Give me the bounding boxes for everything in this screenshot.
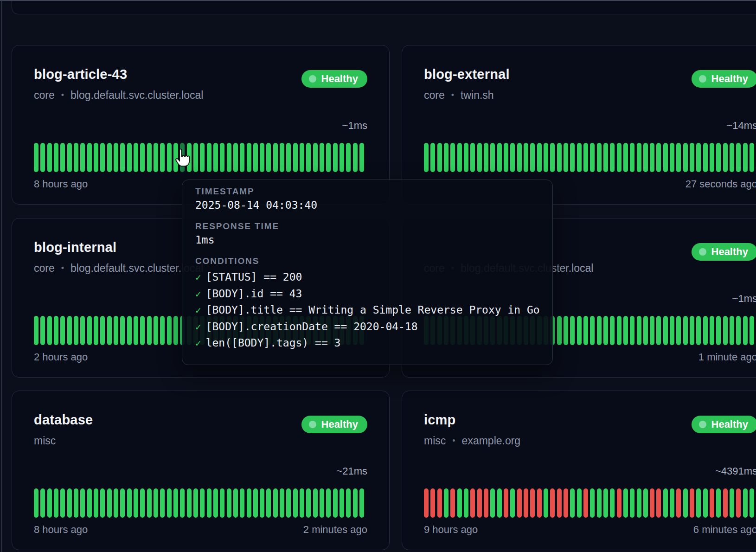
uptime-bar-success[interactable] <box>716 316 721 345</box>
uptime-bar-success[interactable] <box>140 488 145 518</box>
uptime-bar-success[interactable] <box>703 143 708 172</box>
uptime-bar-failure[interactable] <box>617 488 621 518</box>
uptime-bar-failure[interactable] <box>477 488 482 518</box>
uptime-bar-success[interactable] <box>590 143 595 172</box>
uptime-bar-success[interactable] <box>67 488 72 518</box>
uptime-bar-success[interactable] <box>127 316 132 345</box>
uptime-bar-success[interactable] <box>617 143 621 172</box>
uptime-bar-success[interactable] <box>233 143 238 172</box>
uptime-bar-success[interactable] <box>167 488 172 518</box>
uptime-bar-success[interactable] <box>510 143 515 172</box>
uptime-bar-success[interactable] <box>74 488 78 518</box>
uptime-bar-success[interactable] <box>630 488 634 518</box>
uptime-bar-success[interactable] <box>490 488 495 518</box>
uptime-bar-success[interactable] <box>696 316 701 345</box>
uptime-bar-failure[interactable] <box>517 488 522 518</box>
uptime-bar-success[interactable] <box>247 143 251 172</box>
uptime-bar-success[interactable] <box>94 316 98 345</box>
uptime-bar-success[interactable] <box>577 143 582 172</box>
uptime-bar-success[interactable] <box>134 143 138 172</box>
uptime-bar-success[interactable] <box>147 143 152 172</box>
uptime-bar-success[interactable] <box>227 143 231 172</box>
uptime-bar-success[interactable] <box>544 488 548 518</box>
uptime-bar-success[interactable] <box>750 316 754 345</box>
uptime-bar-success[interactable] <box>359 488 364 518</box>
uptime-bar-success[interactable] <box>273 143 278 172</box>
uptime-bar-success[interactable] <box>34 316 38 345</box>
uptime-bar-success[interactable] <box>280 488 284 518</box>
uptime-bar-success[interactable] <box>703 488 708 518</box>
uptime-bar-success[interactable] <box>67 316 72 345</box>
uptime-bar-success[interactable] <box>300 488 304 518</box>
uptime-bar-success[interactable] <box>690 143 694 172</box>
uptime-bar-success[interactable] <box>340 488 344 518</box>
uptime-bar-success[interactable] <box>637 143 641 172</box>
uptime-bar-success[interactable] <box>457 488 462 518</box>
uptime-bar-success[interactable] <box>650 143 654 172</box>
uptime-bar-success[interactable] <box>306 143 311 172</box>
uptime-bar-success[interactable] <box>663 316 668 345</box>
uptime-bar-success[interactable] <box>47 143 52 172</box>
uptime-bar-success[interactable] <box>676 316 681 345</box>
uptime-bar-success[interactable] <box>134 316 138 345</box>
uptime-bar-success[interactable] <box>444 488 448 518</box>
uptime-bar-success[interactable] <box>87 488 92 518</box>
uptime-bar-success[interactable] <box>730 316 734 345</box>
uptime-bar-success[interactable] <box>603 143 608 172</box>
uptime-bar-success[interactable] <box>670 316 674 345</box>
uptime-bar-success[interactable] <box>623 488 628 518</box>
uptime-bar-success[interactable] <box>570 488 575 518</box>
uptime-bar-success[interactable] <box>233 488 238 518</box>
uptime-bar-success[interactable] <box>266 143 271 172</box>
uptime-bar-success[interactable] <box>557 143 562 172</box>
uptime-bar-success[interactable] <box>333 488 338 518</box>
uptime-bar-success[interactable] <box>656 316 661 345</box>
uptime-bar-success[interactable] <box>550 143 555 172</box>
uptime-bar-success[interactable] <box>623 143 628 172</box>
uptime-bar-success[interactable] <box>710 143 714 172</box>
uptime-bar-success[interactable] <box>730 143 734 172</box>
uptime-bar-success[interactable] <box>530 143 535 172</box>
uptime-bar-success[interactable] <box>47 316 52 345</box>
uptime-bar-success[interactable] <box>450 143 455 172</box>
uptime-bar-success[interactable] <box>120 488 125 518</box>
uptime-bar-success[interactable] <box>610 143 615 172</box>
uptime-bar-success[interactable] <box>346 488 351 518</box>
uptime-bar-success[interactable] <box>643 488 648 518</box>
uptime-bar-success[interactable] <box>253 488 258 518</box>
uptime-bar-success[interactable] <box>107 488 112 518</box>
uptime-bar-success[interactable] <box>54 488 58 518</box>
uptime-bar-failure[interactable] <box>564 488 568 518</box>
uptime-bar-success[interactable] <box>510 488 515 518</box>
uptime-bar-success[interactable] <box>200 143 205 172</box>
uptime-bar-success[interactable] <box>47 488 52 518</box>
uptime-bar-success[interactable] <box>590 488 595 518</box>
uptime-bar-success[interactable] <box>94 143 98 172</box>
uptime-bar-success[interactable] <box>656 143 661 172</box>
uptime-bar-success[interactable] <box>490 143 495 172</box>
uptime-bar-failure[interactable] <box>583 488 588 518</box>
uptime-bar-success[interactable] <box>544 143 548 172</box>
uptime-bar-success[interactable] <box>167 316 172 345</box>
uptime-bar-success[interactable] <box>80 488 85 518</box>
uptime-bar-success[interactable] <box>353 143 358 172</box>
uptime-bar-success[interactable] <box>353 488 358 518</box>
uptime-bar-failure[interactable] <box>550 488 555 518</box>
uptime-bar-success[interactable] <box>637 488 641 518</box>
uptime-bar-success[interactable] <box>630 316 634 345</box>
uptime-bar-success[interactable] <box>696 143 701 172</box>
uptime-bar-success[interactable] <box>497 488 502 518</box>
uptime-bar-success[interactable] <box>359 143 364 172</box>
uptime-bar-failure[interactable] <box>524 488 528 518</box>
uptime-bar-success[interactable] <box>293 488 298 518</box>
uptime-bar-success[interactable] <box>140 143 145 172</box>
uptime-bar-success[interactable] <box>464 488 468 518</box>
uptime-bar-success[interactable] <box>313 143 318 172</box>
uptime-bar-success[interactable] <box>650 316 654 345</box>
uptime-bar-success[interactable] <box>120 316 125 345</box>
uptime-bar-success[interactable] <box>603 316 608 345</box>
uptime-bar-success[interactable] <box>127 488 132 518</box>
uptime-bar-success[interactable] <box>457 143 462 172</box>
uptime-bar-success[interactable] <box>750 488 754 518</box>
uptime-bar-success[interactable] <box>193 488 198 518</box>
